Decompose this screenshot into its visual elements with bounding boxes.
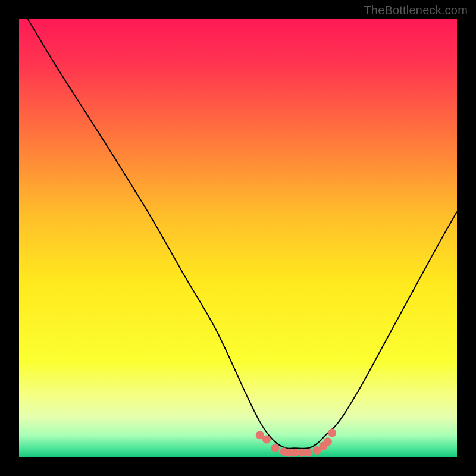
trough-marker xyxy=(324,437,332,446)
trough-marker xyxy=(262,436,271,444)
bottleneck-curve xyxy=(28,19,457,449)
plot-area xyxy=(19,19,457,457)
chart-frame: TheBottleneck.com xyxy=(0,0,476,476)
curve-layer xyxy=(19,19,457,457)
trough-markers xyxy=(256,429,336,457)
trough-marker xyxy=(304,449,312,457)
trough-marker xyxy=(271,444,280,452)
trough-marker xyxy=(328,429,336,437)
watermark-text: TheBottleneck.com xyxy=(364,4,468,17)
